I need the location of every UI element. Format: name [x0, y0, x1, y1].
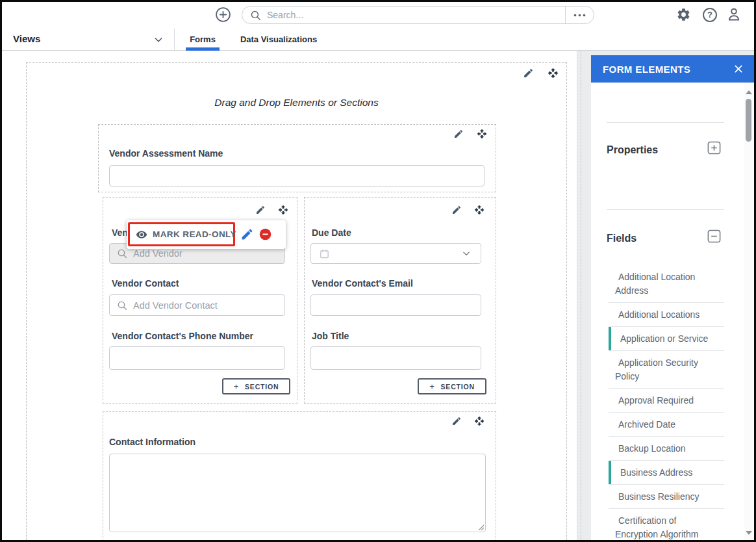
contact-information-textarea[interactable]: [109, 454, 486, 532]
search-input[interactable]: [267, 10, 565, 20]
scrollbar-thumb[interactable]: [746, 99, 751, 142]
edit-form-button[interactable]: [523, 68, 534, 79]
mark-read-only-button[interactable]: MARK READ-ONLY: [130, 224, 233, 244]
top-bar: ?: [2, 2, 754, 29]
main-area: Drag and Drop Elements or Sections Vendo…: [2, 51, 754, 540]
vendor-contact-email-input[interactable]: [310, 294, 481, 316]
expand-icon[interactable]: [707, 140, 722, 155]
scroll-up-icon[interactable]: [746, 90, 752, 94]
views-label: Views: [13, 33, 40, 44]
field-list-item[interactable]: Business Resiliency: [609, 485, 724, 509]
remove-field-button[interactable]: [259, 228, 271, 240]
search-icon: [117, 300, 127, 311]
tab-forms[interactable]: Forms: [186, 29, 220, 50]
edit-section-button[interactable]: [451, 205, 462, 215]
field-actions-popup: MARK READ-ONLY: [127, 220, 286, 249]
group-label: Fields: [607, 233, 636, 244]
field-list-item[interactable]: Application or Service: [609, 327, 724, 351]
mark-read-only-label: MARK READ-ONLY: [153, 229, 236, 239]
move-section-handle[interactable]: [474, 205, 485, 215]
search-bar[interactable]: [242, 6, 594, 24]
section-contact-information: Contact Information: [103, 411, 496, 540]
views-dropdown[interactable]: Views: [2, 29, 174, 50]
edit-field-button[interactable]: [240, 227, 254, 241]
user-icon[interactable]: [726, 6, 742, 22]
field-label: Job Title: [312, 331, 349, 341]
collapse-icon[interactable]: [707, 229, 722, 244]
add-section-button[interactable]: + SECTION: [418, 378, 486, 394]
edit-section-button[interactable]: [453, 129, 464, 139]
move-section-handle[interactable]: [278, 205, 288, 215]
move-section-handle[interactable]: [477, 129, 487, 139]
field-label: Vendor Contact: [112, 278, 179, 289]
field-list-item[interactable]: Application Security Policy: [609, 351, 724, 389]
move-icon: [474, 416, 485, 426]
pencil-icon: [453, 129, 464, 139]
add-section-button[interactable]: + SECTION: [222, 378, 290, 394]
add-section-label: SECTION: [245, 383, 279, 391]
divider: [607, 209, 724, 210]
settings-icon[interactable]: [676, 7, 691, 22]
edit-section-button[interactable]: [255, 205, 266, 215]
sidebar-group-properties: Properties: [607, 144, 737, 156]
field-list-item[interactable]: Archived Date: [609, 413, 724, 437]
sidebar-scrollbar[interactable]: [744, 83, 753, 540]
dropzone-hint: Drag and Drop Elements or Sections: [27, 97, 566, 109]
chevron-down-icon: [462, 249, 471, 258]
field-list-item[interactable]: Additional Location Address: [609, 265, 724, 303]
move-icon: [474, 205, 485, 215]
due-date-picker[interactable]: [310, 243, 481, 264]
field-list-item[interactable]: Backup Location: [609, 437, 724, 461]
vendor-input[interactable]: [133, 248, 284, 259]
vendor-contact-select[interactable]: [109, 294, 285, 316]
move-form-handle[interactable]: [548, 68, 559, 79]
field-list-item[interactable]: Additional Locations: [609, 303, 724, 327]
more-options-icon: [573, 13, 586, 18]
field-label: Due Date: [312, 227, 351, 238]
form-root-section: Drag and Drop Elements or Sections Vendo…: [26, 62, 567, 540]
panel-title: FORM ELEMENTS: [603, 64, 690, 75]
app-window: ? Views Forms Data Visualizations: [2, 2, 754, 540]
add-icon[interactable]: [215, 6, 231, 23]
contact-information-field: [109, 454, 486, 532]
field-label: Vendor Contact's Email: [312, 278, 413, 289]
view-nav: Views Forms Data Visualizations: [2, 29, 754, 51]
vendor-contact-phone-input[interactable]: [109, 346, 285, 370]
search-icon: [117, 248, 127, 259]
resize-handle-icon[interactable]: [477, 524, 484, 530]
canvas-sidebar-gap: [577, 51, 591, 540]
vendor-assessment-name-input[interactable]: [109, 165, 485, 187]
pencil-icon: [451, 416, 462, 426]
field-list-item[interactable]: Approval Required: [609, 389, 724, 413]
field-list-item[interactable]: Certification of Encryption Algorithm: [609, 509, 724, 540]
help-icon[interactable]: ?: [703, 8, 717, 22]
form-canvas-area: Drag and Drop Elements or Sections Vendo…: [2, 51, 577, 540]
scroll-down-icon[interactable]: [746, 531, 752, 535]
move-icon: [548, 68, 559, 79]
edit-section-button[interactable]: [451, 416, 462, 426]
move-icon: [278, 205, 288, 215]
more-options-button[interactable]: [565, 6, 594, 23]
job-title-input[interactable]: [310, 346, 481, 370]
sidebar-group-fields: Fields: [607, 233, 737, 244]
pencil-icon: [240, 227, 254, 241]
remove-icon: [259, 228, 271, 240]
panel-header: FORM ELEMENTS: [591, 55, 754, 83]
section-due-date-column: Due Date Vendor Contact's Email Job Titl…: [304, 197, 496, 404]
close-icon[interactable]: [733, 64, 744, 74]
move-section-handle[interactable]: [474, 416, 485, 426]
pencil-icon: [451, 205, 462, 215]
panel-body: Properties Fields Additional Location Ad…: [591, 83, 754, 540]
tab-data-visualizations[interactable]: Data Visualizations: [237, 29, 320, 50]
vendor-contact-input[interactable]: [133, 300, 284, 311]
field-list-item[interactable]: Business Address: [609, 461, 724, 485]
divider: [607, 122, 724, 123]
calendar-icon: [319, 248, 330, 259]
pencil-icon: [255, 205, 266, 215]
add-section-label: SECTION: [441, 383, 475, 391]
plus-icon: +: [429, 381, 435, 391]
pencil-icon: [523, 68, 534, 79]
chevron-down-icon: [153, 34, 164, 45]
plus-icon: +: [234, 381, 239, 391]
field-label: Vendor Assessment Name: [109, 148, 223, 159]
